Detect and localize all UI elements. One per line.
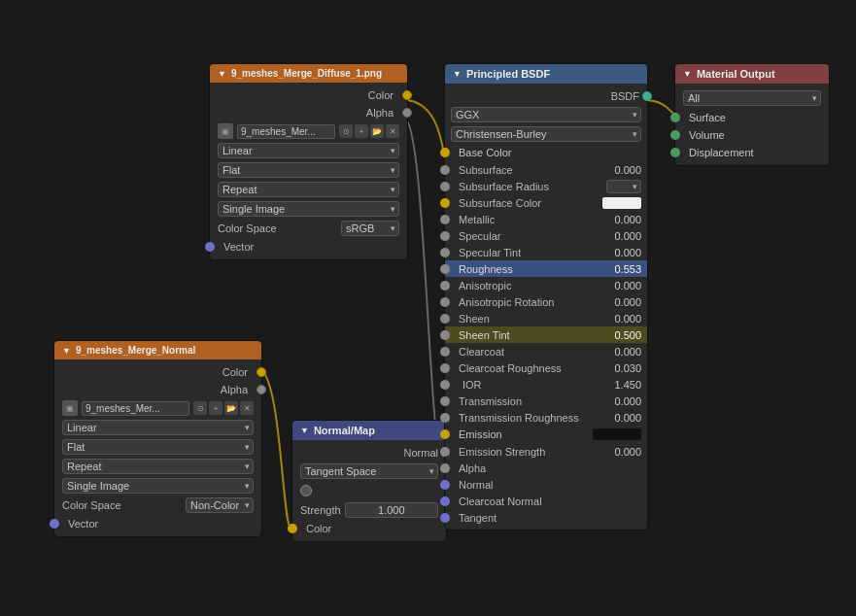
diffuse-src-select[interactable]: Single Image — [218, 201, 399, 217]
normal-alpha-row: Alpha — [54, 381, 261, 398]
bsdf-sheentint-socket — [440, 330, 450, 340]
bsdf-clearcoat-socket — [440, 347, 450, 357]
diffuse-src-row: Single Image — [210, 199, 407, 219]
normal-alpha-socket — [257, 385, 266, 394]
normal-proj-row: Flat — [54, 437, 261, 457]
diffuse-icon-open[interactable]: 📂 — [370, 124, 384, 138]
diffuse-icon-browse[interactable]: ⊙ — [339, 124, 353, 138]
bsdf-subsurface-socket — [440, 165, 450, 175]
normal-vector-label: Vector — [68, 518, 98, 530]
bsdf-trans-label: Transmission — [459, 395, 614, 407]
bsdf-basecolor-socket — [440, 148, 450, 157]
bsdf-emstrength-socket — [440, 447, 450, 457]
bsdf-ccrough-row: Clearcoat Roughness 0.030 — [445, 359, 647, 376]
normalmap-color-dot — [300, 485, 312, 496]
bsdf-subradius-select[interactable] — [606, 180, 641, 193]
bsdf-sheentint-val: 0.500 — [614, 329, 641, 341]
bsdf-specular-socket — [440, 231, 450, 241]
normal-interp-row: Linear — [54, 418, 261, 437]
normalmap-normal-row: Normal — [292, 444, 446, 462]
bsdf-node: ▼ Principled BSDF BSDF GGX Christensen-B… — [444, 63, 648, 530]
normal-img-thumb: ▣ — [62, 400, 78, 416]
normalmap-header-arrow: ▼ — [300, 426, 309, 435]
bsdf-ior-row: IOR 1.450 — [445, 376, 647, 393]
bsdf-basecolor-row: Base Color — [445, 144, 647, 161]
bsdf-subsurface-row: Subsurface 0.000 — [445, 161, 647, 178]
bsdf-spectint-label: Specular Tint — [459, 247, 614, 258]
diffuse-vector-row: Vector — [210, 238, 407, 256]
diffuse-interp-select[interactable]: Linear — [218, 143, 399, 158]
bsdf-tangent-label: Tangent — [459, 512, 641, 524]
bsdf-trans-val: 0.000 — [614, 395, 641, 407]
diffuse-color-socket — [402, 90, 412, 100]
bsdf-body: BSDF GGX Christensen-Burley Base Color — [445, 84, 647, 530]
normal-node-title: 9_meshes_Merge_Normal — [76, 345, 195, 356]
bsdf-sheen-socket — [440, 314, 450, 324]
diffuse-node-body: Color Alpha ▣ 9_meshes_Mer... ⊙ + 📂 ✕ Li… — [210, 83, 407, 259]
matout-node: ▼ Material Output All Surface Volume Dis… — [674, 63, 830, 166]
normal-icon-new[interactable]: + — [209, 401, 223, 415]
bsdf-normal-row: Normal — [445, 476, 647, 493]
normal-proj-select[interactable]: Flat — [62, 439, 254, 455]
normal-icon-x[interactable]: ✕ — [240, 401, 254, 415]
normalmap-space-select[interactable]: Tangent Space — [300, 463, 438, 479]
bsdf-sheen-label: Sheen — [459, 313, 614, 325]
normalmap-title: Normal/Map — [314, 425, 375, 436]
bsdf-roughness-row: Roughness 0.553 — [445, 260, 647, 277]
matout-surface-label: Surface — [689, 112, 726, 123]
bsdf-sheentint-label: Sheen Tint — [459, 329, 614, 341]
bsdf-emstrength-val: 0.000 — [614, 446, 641, 458]
diffuse-node: ▼ 9_meshes_Merge_Diffuse_1.png Color Alp… — [209, 63, 408, 260]
normal-colorspace-row: Color Space Non-Color — [54, 496, 261, 515]
normalmap-node: ▼ Normal/Map Normal Tangent Space Streng… — [291, 420, 447, 542]
matout-volume-socket — [670, 130, 680, 140]
bsdf-clearcoat-row: Clearcoat 0.000 — [445, 343, 647, 359]
bsdf-alpha-row: Alpha — [445, 460, 647, 476]
diffuse-proj-select[interactable]: Flat — [218, 162, 399, 178]
diffuse-image-row[interactable]: ▣ 9_meshes_Mer... ⊙ + 📂 ✕ — [210, 121, 407, 141]
diffuse-colorspace-select[interactable]: sRGB — [341, 221, 399, 236]
normalmap-strength-val[interactable]: 1.000 — [345, 502, 438, 518]
normal-interp-select[interactable]: Linear — [62, 420, 254, 435]
bsdf-alpha-socket — [440, 463, 450, 473]
matout-all-select[interactable]: All — [683, 90, 821, 106]
normal-ext-select[interactable]: Repeat — [62, 459, 254, 474]
bsdf-transrough-row: Transmission Roughness 0.000 — [445, 409, 647, 426]
matout-title: Material Output — [697, 68, 775, 80]
diffuse-proj-row: Flat — [210, 160, 407, 180]
bsdf-metallic-label: Metallic — [459, 214, 614, 225]
bsdf-sheen-row: Sheen 0.000 — [445, 310, 647, 326]
bsdf-aniso-row: Anisotropic 0.000 — [445, 277, 647, 293]
diffuse-vector-socket — [205, 242, 215, 252]
bsdf-ior-val: 1.450 — [614, 379, 641, 391]
bsdf-ggx-select[interactable]: GGX — [451, 107, 641, 122]
bsdf-ccnormal-socket — [440, 496, 450, 506]
bsdf-normal-socket — [440, 480, 450, 490]
bsdf-christensen-select[interactable]: Christensen-Burley — [451, 126, 641, 142]
normal-colorspace-select[interactable]: Non-Color — [186, 497, 254, 513]
bsdf-emission-socket — [440, 429, 450, 439]
normal-color-socket — [257, 367, 266, 377]
bsdf-metallic-val: 0.000 — [614, 214, 641, 225]
bsdf-ccrough-val: 0.030 — [614, 362, 641, 374]
matout-all-row: All — [675, 87, 829, 109]
normal-image-row[interactable]: ▣ 9_meshes_Mer... ⊙ + 📂 ✕ — [54, 398, 261, 418]
diffuse-icon-x[interactable]: ✕ — [386, 124, 399, 138]
bsdf-specular-row: Specular 0.000 — [445, 227, 647, 244]
bsdf-subradius-row: Subsurface Radius — [445, 178, 647, 194]
matout-surface-row: Surface — [675, 109, 829, 126]
bsdf-specular-val: 0.000 — [614, 230, 641, 242]
diffuse-ext-select[interactable]: Repeat — [218, 182, 399, 197]
normal-icon-browse[interactable]: ⊙ — [193, 401, 207, 415]
diffuse-icon-new[interactable]: + — [355, 124, 368, 138]
diffuse-colorspace-row: Color Space sRGB — [210, 219, 407, 238]
normalmap-color-circle-row — [292, 481, 446, 500]
bsdf-normal-label: Normal — [459, 479, 641, 491]
bsdf-clearcoat-label: Clearcoat — [459, 346, 614, 358]
bsdf-aniso-label: Anisotropic — [459, 280, 614, 291]
bsdf-emission-row: Emission — [445, 426, 647, 443]
bsdf-ior-socket — [440, 380, 450, 390]
matout-displace-label: Displacement — [689, 147, 754, 158]
normal-icon-open[interactable]: 📂 — [224, 401, 238, 415]
normal-src-select[interactable]: Single Image — [62, 478, 254, 494]
